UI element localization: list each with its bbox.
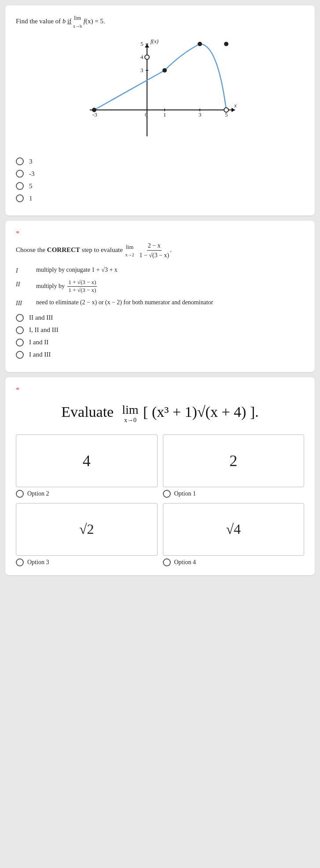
option-q2b-label: I, II and III	[29, 326, 59, 334]
answer-box-opt2: 4 Option 2	[16, 434, 158, 498]
question2-options: II and III I, II and III I and II I and …	[16, 314, 304, 359]
step-I-row: I multiply by conjugate 1 + √3 + x	[16, 265, 304, 275]
point-3-5	[198, 42, 202, 46]
x-label-neg3: -3	[92, 111, 97, 118]
step-II-label: II	[16, 279, 29, 289]
fraction-numerator: 1 + √(3 − x)	[67, 279, 97, 287]
answer-value-opt4: √4	[163, 503, 305, 556]
step-I-label: I	[16, 265, 29, 275]
x-label-0: 0	[145, 111, 148, 118]
question2-prompt: Choose the CORRECT step to evaluate lim …	[16, 241, 304, 260]
question1-prompt: Find the value of b if limx→b f(x) = 5.	[16, 14, 304, 30]
function-graph: -3 0 1 3 5 3 4 5 f(x) x	[77, 35, 244, 150]
graph-container: -3 0 1 3 5 3 4 5 f(x) x	[16, 35, 304, 150]
fraction-denominator: 1 + √(3 − x)	[67, 287, 97, 294]
radio-q2b[interactable]	[16, 326, 24, 334]
option-q2c-label: I and II	[29, 339, 48, 346]
radio-q2c[interactable]	[16, 339, 24, 346]
option-q3-opt3-label: Option 3	[27, 559, 49, 566]
question3-prompt: Evaluate lim x→0 [ (x³ + 1)√(x + 4) ].	[16, 403, 304, 424]
y-label-3: 3	[140, 67, 143, 73]
y-label-5: 5	[140, 40, 143, 47]
radio-q1c[interactable]	[16, 182, 24, 190]
radio-q2d[interactable]	[16, 351, 24, 359]
answer-grid: 4 Option 2 2 Option 1 √2 Option	[16, 434, 304, 566]
step-II-row: II multiply by 1 + √(3 − x) 1 + √(3 − x)	[16, 279, 304, 294]
option-q1c-label: 5	[29, 182, 33, 190]
point-neg3-0	[92, 108, 96, 112]
option-q1a-label: 3	[29, 158, 33, 165]
radio-q3-opt2[interactable]	[16, 490, 24, 498]
question2-card: * Choose the CORRECT step to evaluate li…	[5, 221, 315, 372]
answer-box-opt4: √4 Option 4	[163, 503, 305, 566]
option-q1d[interactable]: 1	[16, 194, 304, 202]
x-axis-label: x	[234, 102, 237, 109]
step-I-content: multiply by conjugate 1 + √3 + x	[36, 265, 118, 274]
point-1-3	[162, 68, 167, 73]
option-q3-opt1-row[interactable]: Option 1	[163, 490, 305, 498]
step-III-content: need to eliminate (2 − x) or (x − 2) for…	[36, 298, 213, 307]
question3-star: *	[16, 386, 304, 394]
option-q2c[interactable]: I and II	[16, 339, 304, 346]
option-q3-opt2-row[interactable]: Option 2	[16, 490, 158, 498]
option-q3-opt1-label: Option 1	[174, 490, 196, 497]
step-III-row: III need to eliminate (2 − x) or (x − 2)…	[16, 298, 304, 308]
option-q1b[interactable]: -3	[16, 170, 304, 178]
step-II-fraction: 1 + √(3 − x) 1 + √(3 − x)	[67, 279, 97, 294]
radio-q3-opt3[interactable]	[16, 558, 24, 566]
answer-box-opt3: √2 Option 3	[16, 503, 158, 566]
step-II-content: multiply by 1 + √(3 − x) 1 + √(3 − x)	[36, 279, 98, 294]
option-q3-opt4-row[interactable]: Option 4	[163, 558, 305, 566]
answer-box-opt1: 2 Option 1	[163, 434, 305, 498]
question2-star: *	[16, 230, 304, 237]
point-5-5	[224, 42, 228, 46]
radio-q3-opt1[interactable]	[163, 490, 171, 498]
question1-options: 3 -3 5 1	[16, 157, 304, 202]
answer-value-opt2: 4	[16, 434, 158, 487]
option-q1b-label: -3	[29, 170, 35, 178]
option-q1c[interactable]: 5	[16, 182, 304, 190]
step-III-label: III	[16, 298, 29, 308]
option-q2d-label: I and III	[29, 351, 51, 358]
option-q1a[interactable]: 3	[16, 157, 304, 165]
point-open-5-0	[224, 108, 228, 112]
radio-q1a[interactable]	[16, 157, 24, 165]
svg-marker-3	[145, 44, 149, 47]
question3-card: * Evaluate lim x→0 [ (x³ + 1)√(x + 4) ].…	[5, 377, 315, 575]
correct-bold: CORRECT	[47, 246, 80, 253]
option-q2a-label: II and III	[29, 314, 53, 321]
fx-label: f(x)	[151, 38, 158, 44]
radio-q2a[interactable]	[16, 314, 24, 322]
question1-card: Find the value of b if limx→b f(x) = 5. …	[5, 5, 315, 215]
point-open-0-4	[145, 55, 149, 59]
y-label-4: 4	[140, 54, 143, 60]
option-q3-opt2-label: Option 2	[27, 490, 49, 497]
answer-value-opt1: 2	[163, 434, 305, 487]
x-label-1: 1	[163, 111, 166, 118]
radio-q1d[interactable]	[16, 194, 24, 202]
option-q2d[interactable]: I and III	[16, 351, 304, 359]
option-q3-opt3-row[interactable]: Option 3	[16, 558, 158, 566]
answer-value-opt3: √2	[16, 503, 158, 556]
radio-q1b[interactable]	[16, 170, 24, 178]
x-label-3: 3	[199, 111, 202, 118]
option-q2b[interactable]: I, II and III	[16, 326, 304, 334]
svg-line-11	[94, 70, 165, 110]
radio-q3-opt4[interactable]	[163, 558, 171, 566]
option-q3-opt4-label: Option 4	[174, 559, 196, 566]
option-q1d-label: 1	[29, 195, 33, 202]
option-q2a[interactable]: II and III	[16, 314, 304, 322]
